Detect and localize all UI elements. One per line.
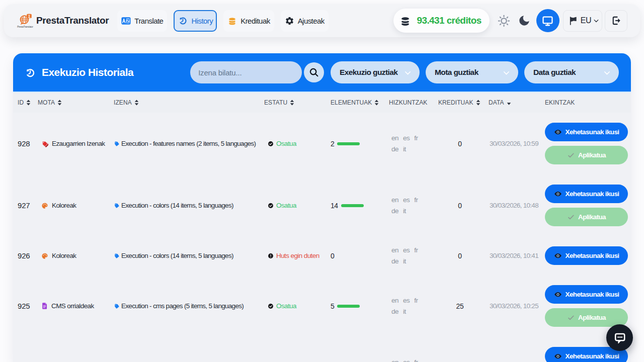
system-theme-button[interactable] xyxy=(536,9,559,32)
column-label: ELEMENTUAK xyxy=(331,99,372,106)
row-date: 30/03/2026, 10:48 xyxy=(489,202,545,209)
column-header-kredituak[interactable]: KREDITUAK xyxy=(438,99,489,106)
language-selector[interactable]: EU xyxy=(563,10,602,32)
check-circle-icon xyxy=(268,303,274,309)
applied-button[interactable]: Aplikatua xyxy=(545,146,628,164)
row-status: Osatua xyxy=(264,202,331,209)
credits-amount: 93.431 créditos xyxy=(417,15,481,26)
history-icon xyxy=(178,16,188,26)
chevron-down-icon xyxy=(503,69,510,76)
view-details-button[interactable]: Xehetasunak ikusi xyxy=(545,285,628,304)
nav-item-translate[interactable]: Translate xyxy=(117,10,167,32)
view-details-button[interactable]: Xehetasunak ikusi xyxy=(545,123,628,141)
row-languages: enesfrdeit xyxy=(389,133,428,155)
table-row: 926 Koloreak Execution - colors (14 item… xyxy=(13,236,631,275)
table-row: enesfr Xehetasunak ikusi Aplikatua xyxy=(13,337,631,362)
nav-item-kredituak[interactable]: Kredituak xyxy=(223,10,274,32)
nav-item-label: History xyxy=(191,17,213,25)
row-status-label: Huts egin duten xyxy=(276,252,319,259)
row-status-label: Osatua xyxy=(276,140,296,147)
page-icon xyxy=(41,302,48,310)
view-details-label: Xehetasunak ikusi xyxy=(566,128,619,136)
language-code: en xyxy=(391,295,398,306)
row-date: 30/03/2026, 10:41 xyxy=(489,252,545,259)
row-type-label: Koloreak xyxy=(52,252,76,259)
row-status: Osatua xyxy=(264,140,331,147)
row-type: Koloreak xyxy=(38,202,114,209)
table-body: 928 Ezaugarrien Izenak Execution - featu… xyxy=(13,113,631,362)
column-header-estatu[interactable]: ESTATU xyxy=(264,99,331,106)
nav-item-label: Translate xyxy=(134,17,163,25)
row-status-label: Osatua xyxy=(276,302,296,310)
search-button[interactable] xyxy=(304,62,324,82)
light-mode-button[interactable] xyxy=(494,11,514,31)
exclamation-circle-icon xyxy=(268,253,274,259)
row-languages: enesfrdeit xyxy=(389,245,428,267)
applied-button[interactable]: Aplikatua xyxy=(545,308,628,327)
eye-icon xyxy=(554,252,562,260)
coins-icon xyxy=(227,16,237,26)
progress-bar xyxy=(337,305,360,308)
row-elements-count: 5 xyxy=(331,302,334,310)
view-details-label: Xehetasunak ikusi xyxy=(566,291,619,298)
chat-button[interactable] xyxy=(606,324,633,351)
row-id: 928 xyxy=(18,139,38,148)
nav-item-ajusteak[interactable]: Ajusteak xyxy=(281,10,329,32)
sort-icon xyxy=(57,100,62,106)
row-credits: 0 xyxy=(438,252,489,260)
eye-icon xyxy=(554,128,562,136)
table-row: 927 Koloreak Execution - colors (14 item… xyxy=(13,174,631,236)
sort-desc-icon xyxy=(507,102,511,106)
column-header-izena[interactable]: IZENA xyxy=(114,99,264,106)
column-label: MOTA xyxy=(38,99,55,106)
panel-header: Exekuzio Historiala Exekuzio guztiak Mot… xyxy=(13,53,631,93)
palette-icon xyxy=(41,202,48,209)
applied-button[interactable]: Aplikatua xyxy=(545,208,628,226)
search-input[interactable] xyxy=(190,61,302,83)
tag-blue-icon xyxy=(114,253,120,259)
tag-blue-icon xyxy=(114,303,120,309)
column-header-id[interactable]: ID xyxy=(18,99,38,106)
filters: Exekuzio guztiak Mota guztiak Data guzti… xyxy=(331,61,619,83)
row-date: 30/03/2026, 10:59 xyxy=(489,140,545,147)
language-code: es xyxy=(403,195,410,206)
brand: PrestaTranslator PrestaTranslator xyxy=(18,13,117,28)
history-icon xyxy=(24,67,36,78)
column-header-mota[interactable]: MOTA xyxy=(38,99,114,106)
language-code: en xyxy=(391,133,398,144)
sort-icon xyxy=(290,100,294,106)
view-details-label: Xehetasunak ikusi xyxy=(566,252,619,259)
dark-mode-button[interactable] xyxy=(514,11,534,31)
sort-icon xyxy=(476,100,480,106)
logout-button[interactable] xyxy=(605,10,627,32)
filter-mota[interactable]: Mota guztiak xyxy=(426,61,518,83)
row-elements-count: 2 xyxy=(331,140,334,148)
filter-exekuzio[interactable]: Exekuzio guztiak xyxy=(331,61,420,83)
gear-icon xyxy=(285,16,294,26)
row-elements-count: 0 xyxy=(331,252,334,260)
row-credits: 25 xyxy=(438,302,489,310)
view-details-label: Xehetasunak ikusi xyxy=(566,190,619,198)
row-type-label: Ezaugarrien Izenak xyxy=(52,140,105,147)
column-header-hizkuntzak: HIZKUNTZAK xyxy=(389,99,438,106)
language-code: fr xyxy=(414,133,418,144)
filter-data[interactable]: Data guztiak xyxy=(524,61,619,83)
column-header-data[interactable]: DATA xyxy=(489,99,545,106)
applied-label: Aplikatua xyxy=(578,314,606,321)
sort-icon xyxy=(134,100,139,106)
sort-icon xyxy=(374,100,379,106)
view-details-button[interactable]: Xehetasunak ikusi xyxy=(545,185,628,203)
brand-logo-caption: PrestaTranslator xyxy=(17,26,33,28)
column-label: EKINTZAK xyxy=(545,99,575,106)
credits-badge[interactable]: 93.431 créditos xyxy=(393,9,489,33)
navbar-right: 93.431 créditos EU xyxy=(393,9,627,33)
search-area xyxy=(190,61,324,83)
view-details-button[interactable]: Xehetasunak ikusi xyxy=(545,246,628,265)
row-name: Execution - features names (2 items, 5 l… xyxy=(114,140,264,147)
row-credits: 0 xyxy=(438,202,489,210)
check-circle-icon xyxy=(268,203,274,209)
column-header-elementuak[interactable]: ELEMENTUAK xyxy=(331,99,389,106)
row-elements: 5 xyxy=(331,302,389,310)
nav-item-history[interactable]: History xyxy=(174,10,217,32)
row-name: Execution - colors (14 items, 5 language… xyxy=(114,252,264,259)
